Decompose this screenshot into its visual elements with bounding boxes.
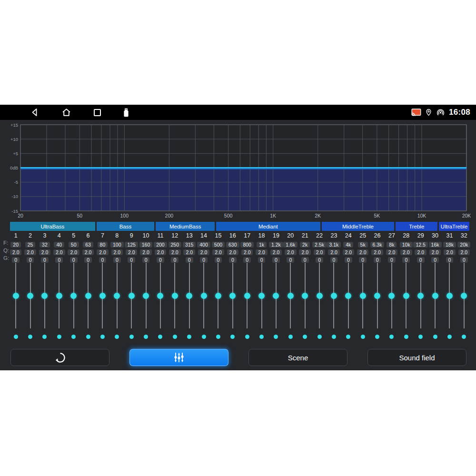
slider-knob[interactable]: [215, 293, 221, 299]
q-value[interactable]: 2.0: [458, 249, 470, 255]
gain-value[interactable]: 0: [70, 257, 78, 263]
gain-value[interactable]: 0: [243, 257, 251, 263]
freq-value[interactable]: 80: [98, 242, 108, 248]
slider-knob[interactable]: [129, 293, 135, 299]
gain-value[interactable]: 0: [27, 257, 34, 263]
gain-value[interactable]: 0: [84, 257, 92, 263]
q-value[interactable]: 2.0: [415, 249, 426, 255]
slider-knob[interactable]: [70, 293, 77, 299]
gain-value[interactable]: 0: [359, 257, 367, 263]
slider-knob[interactable]: [258, 293, 265, 299]
slider-knob[interactable]: [27, 293, 33, 299]
freq-value[interactable]: 16k: [429, 242, 442, 248]
gain-value[interactable]: 0: [99, 257, 107, 263]
freq-value[interactable]: 10k: [400, 242, 413, 248]
slider-knob[interactable]: [417, 293, 424, 299]
gain-value[interactable]: 0: [200, 257, 208, 263]
scene-button[interactable]: Scene: [248, 349, 347, 366]
slider-knob[interactable]: [229, 293, 236, 299]
usb-device-icon[interactable]: [123, 108, 129, 117]
freq-value[interactable]: 20k: [457, 242, 470, 248]
freq-value[interactable]: 500: [212, 242, 225, 248]
gain-value[interactable]: 0: [460, 257, 468, 263]
slider-knob[interactable]: [244, 293, 250, 299]
q-value[interactable]: 2.0: [328, 249, 340, 255]
gain-value[interactable]: 0: [113, 257, 121, 263]
q-value[interactable]: 2.0: [227, 249, 239, 255]
freq-value[interactable]: 250: [169, 242, 182, 248]
equalizer-button[interactable]: [129, 349, 228, 366]
freq-value[interactable]: 63: [83, 242, 93, 248]
slider-knob[interactable]: [388, 293, 395, 299]
freq-value[interactable]: 18k: [443, 242, 456, 248]
slider-knob[interactable]: [360, 293, 366, 299]
q-value[interactable]: 2.0: [256, 249, 268, 255]
q-value[interactable]: 2.0: [97, 249, 109, 255]
slider-knob[interactable]: [201, 293, 207, 299]
freq-value[interactable]: 3.1k: [327, 242, 341, 248]
q-value[interactable]: 2.0: [82, 249, 94, 255]
back-icon[interactable]: [30, 108, 40, 117]
freq-value[interactable]: 100: [110, 242, 124, 248]
slider-knob[interactable]: [374, 293, 380, 299]
freq-value[interactable]: 630: [226, 242, 239, 248]
slider-knob[interactable]: [13, 293, 19, 299]
freq-value[interactable]: 400: [197, 242, 210, 248]
slider-knob[interactable]: [461, 293, 467, 299]
freq-value[interactable]: 8k: [387, 242, 397, 248]
slider-knob[interactable]: [302, 293, 308, 299]
q-value[interactable]: 2.0: [126, 249, 138, 255]
gain-value[interactable]: 0: [287, 257, 294, 263]
gain-value[interactable]: 0: [186, 257, 193, 263]
gain-value[interactable]: 0: [402, 257, 410, 263]
freq-value[interactable]: 6.3k: [370, 242, 385, 248]
slider-knob[interactable]: [41, 293, 48, 299]
q-value[interactable]: 2.0: [285, 249, 297, 255]
gain-value[interactable]: 0: [215, 257, 222, 263]
gain-value[interactable]: 0: [301, 257, 309, 263]
gain-value[interactable]: 0: [258, 257, 266, 263]
freq-value[interactable]: 2.5k: [312, 242, 327, 248]
slider-knob[interactable]: [403, 293, 409, 299]
freq-value[interactable]: 5k: [358, 242, 368, 248]
freq-value[interactable]: 1.2k: [269, 242, 283, 248]
q-value[interactable]: 2.0: [241, 249, 253, 255]
home-icon[interactable]: [61, 108, 71, 117]
freq-value[interactable]: 1.6k: [283, 242, 298, 248]
slider-knob[interactable]: [114, 293, 120, 299]
q-value[interactable]: 2.0: [39, 249, 51, 255]
slider-knob[interactable]: [288, 293, 294, 299]
gain-value[interactable]: 0: [157, 257, 164, 263]
q-value[interactable]: 2.0: [24, 249, 36, 255]
reset-button[interactable]: [10, 349, 109, 366]
q-value[interactable]: 2.0: [155, 249, 167, 255]
gain-value[interactable]: 0: [316, 257, 323, 263]
slider-knob[interactable]: [85, 293, 91, 299]
slider-knob[interactable]: [56, 293, 62, 299]
sound-field-button[interactable]: Sound field: [367, 349, 466, 366]
freq-value[interactable]: 4k: [343, 242, 353, 248]
q-value[interactable]: 2.0: [400, 249, 412, 255]
freq-value[interactable]: 1k: [257, 242, 267, 248]
gain-value[interactable]: 0: [431, 257, 439, 263]
freq-value[interactable]: 20: [10, 242, 21, 248]
q-value[interactable]: 2.0: [183, 249, 195, 255]
freq-value[interactable]: 32: [40, 242, 50, 248]
gain-value[interactable]: 0: [171, 257, 178, 263]
q-value[interactable]: 2.0: [270, 249, 282, 255]
freq-value[interactable]: 40: [54, 242, 64, 248]
gain-value[interactable]: 0: [41, 257, 49, 263]
freq-value[interactable]: 160: [139, 242, 153, 248]
freq-value[interactable]: 315: [183, 242, 196, 248]
slider-knob[interactable]: [273, 293, 279, 299]
gain-value[interactable]: 0: [417, 257, 425, 263]
q-value[interactable]: 2.0: [10, 249, 22, 255]
q-value[interactable]: 2.0: [169, 249, 181, 255]
gain-value[interactable]: 0: [229, 257, 237, 263]
gain-value[interactable]: 0: [55, 257, 63, 263]
freq-value[interactable]: 50: [69, 242, 79, 248]
gain-value[interactable]: 0: [374, 257, 381, 263]
slider-knob[interactable]: [157, 293, 163, 299]
slider-knob[interactable]: [172, 293, 178, 299]
recents-icon[interactable]: [93, 109, 101, 117]
